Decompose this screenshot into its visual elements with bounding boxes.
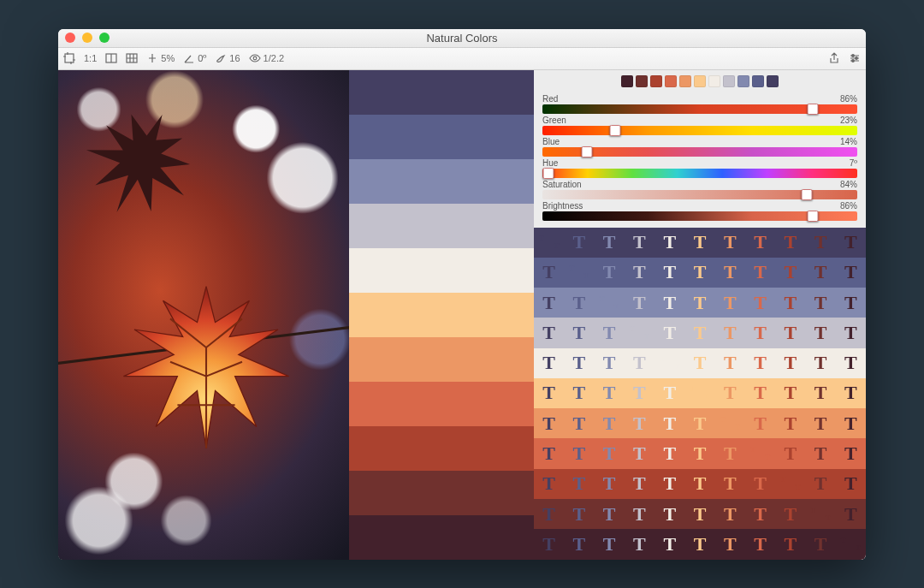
typo-cell[interactable]: T	[715, 228, 745, 258]
grid-icon[interactable]	[126, 52, 138, 64]
swatch[interactable]	[665, 75, 677, 87]
typo-cell[interactable]: T	[595, 499, 625, 529]
typo-cell[interactable]: T	[745, 378, 775, 408]
zoom-actual-button[interactable]: 1:1	[84, 53, 97, 63]
typo-cell[interactable]: T	[564, 318, 594, 347]
palette-color[interactable]	[349, 426, 534, 471]
typo-cell[interactable]: T	[534, 348, 564, 378]
typo-cell[interactable]: T	[654, 378, 684, 408]
typo-cell[interactable]: T	[534, 378, 564, 408]
typo-cell[interactable]: T	[805, 469, 835, 499]
typo-cell[interactable]: T	[775, 499, 805, 529]
slider-thumb[interactable]	[581, 146, 592, 157]
typo-cell[interactable]: T	[745, 529, 775, 559]
typo-cell[interactable]: TT	[775, 469, 805, 499]
typo-cell[interactable]: T	[805, 438, 835, 468]
typo-cell[interactable]: TT	[836, 529, 866, 559]
typo-cell[interactable]: T	[625, 499, 654, 529]
palette-color[interactable]	[349, 471, 534, 515]
split-h-icon[interactable]	[105, 52, 117, 64]
typo-cell[interactable]: T	[745, 258, 775, 288]
sample-button[interactable]: 16	[215, 52, 240, 64]
crop-icon[interactable]	[63, 52, 75, 64]
typo-cell[interactable]: TT	[534, 228, 564, 258]
typo-cell[interactable]: T	[805, 408, 835, 438]
swatch[interactable]	[767, 75, 779, 87]
typo-cell[interactable]: T	[684, 258, 714, 288]
typo-cell[interactable]: T	[534, 288, 564, 318]
typo-cell[interactable]: T	[595, 408, 625, 438]
zoom-icon[interactable]	[99, 33, 110, 43]
typo-cell[interactable]: T	[625, 438, 654, 468]
typo-cell[interactable]: T	[745, 288, 775, 318]
typo-cell[interactable]: T	[654, 499, 684, 529]
slider-thumb[interactable]	[543, 168, 554, 179]
typo-cell[interactable]: T	[836, 228, 866, 258]
swatch[interactable]	[752, 75, 764, 87]
typo-cell[interactable]: T	[775, 408, 805, 438]
typo-cell[interactable]: TT	[654, 348, 684, 378]
typo-cell[interactable]: T	[654, 469, 684, 499]
typo-cell[interactable]: T	[715, 499, 745, 529]
slider-track[interactable]	[542, 169, 857, 178]
typo-cell[interactable]: T	[715, 378, 745, 408]
typo-cell[interactable]: T	[745, 348, 775, 378]
slider-track[interactable]	[542, 211, 857, 221]
typo-cell[interactable]: T	[715, 318, 745, 347]
typo-cell[interactable]: T	[715, 258, 745, 288]
typo-cell[interactable]: T	[775, 318, 805, 347]
slider-track[interactable]	[542, 104, 857, 114]
typo-cell[interactable]: T	[595, 469, 625, 499]
palette-color[interactable]	[349, 515, 534, 560]
typo-cell[interactable]: T	[534, 258, 564, 288]
typo-cell[interactable]: T	[654, 438, 684, 468]
typo-cell[interactable]: T	[836, 378, 866, 408]
typo-cell[interactable]: T	[534, 318, 564, 347]
palette-color[interactable]	[349, 204, 534, 248]
palette-color[interactable]	[349, 115, 534, 159]
gamma-button[interactable]: 1/2.2	[249, 52, 284, 64]
slider-track[interactable]	[542, 126, 857, 135]
typo-cell[interactable]: T	[595, 529, 625, 559]
typo-cell[interactable]: T	[684, 408, 714, 438]
typo-cell[interactable]: T	[775, 258, 805, 288]
typo-cell[interactable]: T	[625, 228, 654, 258]
typo-cell[interactable]: T	[625, 529, 654, 559]
typo-cell[interactable]: T	[654, 408, 684, 438]
swatch[interactable]	[679, 75, 691, 87]
swatch[interactable]	[708, 75, 720, 87]
typo-cell[interactable]: T	[775, 378, 805, 408]
typo-cell[interactable]: T	[715, 288, 745, 318]
typo-cell[interactable]: T	[595, 228, 625, 258]
typo-cell[interactable]: T	[654, 318, 684, 347]
typo-cell[interactable]: T	[805, 318, 835, 347]
typo-cell[interactable]: T	[654, 529, 684, 559]
slider-thumb[interactable]	[808, 211, 819, 222]
source-image[interactable]	[58, 70, 349, 560]
typo-cell[interactable]: T	[805, 529, 835, 559]
typo-cell[interactable]: T	[715, 438, 745, 468]
typo-cell[interactable]: T	[534, 499, 564, 529]
typo-cell[interactable]: TT	[625, 318, 654, 347]
typo-cell[interactable]: TT	[564, 258, 594, 288]
typo-cell[interactable]: T	[684, 228, 714, 258]
typo-cell[interactable]: T	[595, 438, 625, 468]
typo-cell[interactable]: T	[836, 318, 866, 347]
typo-cell[interactable]: T	[595, 318, 625, 347]
palette-color[interactable]	[349, 382, 534, 426]
typo-cell[interactable]: T	[684, 469, 714, 499]
swatch[interactable]	[621, 75, 633, 87]
typo-cell[interactable]: T	[625, 378, 654, 408]
titlebar[interactable]: Natural Colors	[58, 29, 866, 48]
typo-cell[interactable]: T	[564, 348, 594, 378]
typo-cell[interactable]: T	[684, 348, 714, 378]
typo-cell[interactable]: T	[684, 318, 714, 347]
angle-button[interactable]: 0º	[183, 52, 206, 64]
typo-cell[interactable]: T	[745, 499, 775, 529]
typo-cell[interactable]: TT	[715, 408, 745, 438]
typo-cell[interactable]: T	[775, 529, 805, 559]
typo-cell[interactable]: T	[836, 469, 866, 499]
typo-cell[interactable]: T	[564, 378, 594, 408]
typo-cell[interactable]: T	[654, 258, 684, 288]
swatch[interactable]	[650, 75, 662, 87]
